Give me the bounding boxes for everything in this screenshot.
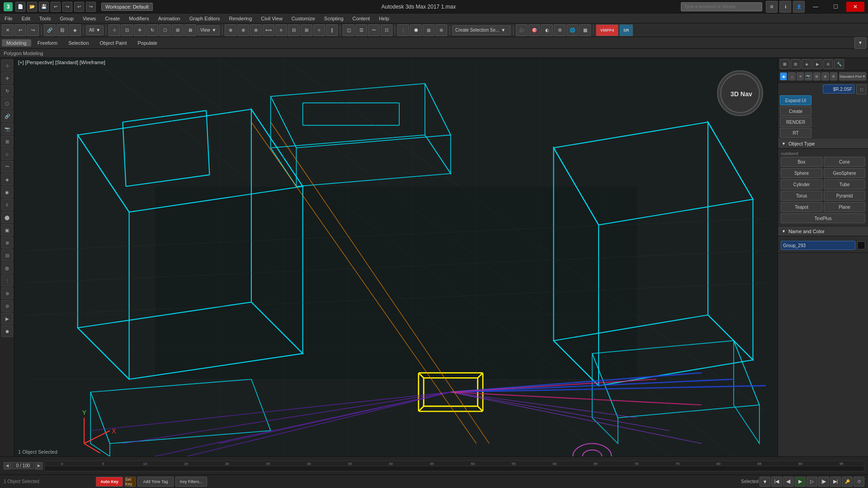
obj-textplus[interactable]: TextPlus: [781, 213, 865, 223]
lt-mod5[interactable]: ▣: [1, 224, 13, 236]
minimize-button[interactable]: —: [807, 2, 825, 12]
rp-ci-sys[interactable]: ⚙: [830, 72, 837, 80]
menu-create[interactable]: Create: [100, 14, 124, 23]
render-setup-btn[interactable]: ⚙: [554, 24, 566, 36]
tab-populate[interactable]: Populate: [133, 39, 161, 47]
obj-pyramid[interactable]: Pyramid: [824, 191, 865, 201]
material-btn[interactable]: ◍: [423, 24, 434, 36]
obj-cylinder[interactable]: Cylinder: [781, 179, 822, 189]
lt-group[interactable]: ⊟: [1, 249, 13, 261]
play-selected-btn[interactable]: ▷: [807, 477, 817, 487]
prev-key-btn[interactable]: ◀|: [783, 477, 794, 487]
timeline-track[interactable]: 0 5 10 15 20 25 30 35 40 45 50 55 60 65 …: [44, 460, 864, 471]
menu-file[interactable]: File: [0, 14, 17, 23]
menu-civil-view[interactable]: Civil View: [256, 14, 287, 23]
first-frame-btn[interactable]: |◀: [771, 477, 782, 487]
workspace-dropdown[interactable]: Workspace: Default: [101, 3, 153, 11]
obj-tube[interactable]: Tube: [824, 179, 865, 189]
env-btn[interactable]: 🌐: [566, 24, 578, 36]
play-btn[interactable]: ▶: [795, 477, 806, 487]
layer-btn[interactable]: ◫: [343, 24, 354, 36]
next-key-btn[interactable]: |▶: [818, 477, 829, 487]
object-type-header[interactable]: ▼ Object Type: [778, 139, 868, 149]
obj-plane[interactable]: Plane: [824, 202, 865, 212]
lt-move[interactable]: ✛: [1, 72, 13, 84]
obj-torus[interactable]: Torus: [781, 191, 822, 201]
lt-mod1[interactable]: ◈: [1, 174, 13, 185]
undo2-btn[interactable]: ↩: [74, 2, 84, 12]
user-btn[interactable]: 👤: [793, 1, 805, 13]
rp-motion-icon[interactable]: ▶: [812, 59, 822, 69]
expand-ui-button[interactable]: Expand UI: [780, 95, 811, 105]
lt-material[interactable]: ◍: [1, 262, 13, 274]
lt-select[interactable]: ⊹: [1, 60, 13, 71]
scene-btn[interactable]: ☰: [355, 24, 367, 36]
lt-mod4[interactable]: ⬤: [1, 211, 13, 223]
menu-rendering[interactable]: Rendering: [225, 14, 257, 23]
redo2-btn[interactable]: ↪: [86, 2, 96, 12]
rp-ci-settings[interactable]: Standard Primitives ▼: [839, 72, 866, 80]
select-object-btn[interactable]: ⊹: [108, 24, 120, 36]
menu-group[interactable]: Group: [55, 14, 78, 23]
menu-modifiers[interactable]: Modifiers: [124, 14, 154, 23]
redo-toolbar-btn[interactable]: ↪: [27, 24, 39, 36]
new-btn[interactable]: 📄: [15, 2, 25, 12]
snap-btn[interactable]: ⊕: [225, 24, 236, 36]
rotate-btn[interactable]: ↻: [146, 24, 158, 36]
mode-dropdown[interactable]: ▼: [760, 477, 770, 487]
vmpp4-btn[interactable]: VMPP4: [596, 24, 618, 36]
open-btn[interactable]: 📂: [27, 2, 37, 12]
obj-btn[interactable]: ⬢: [410, 24, 422, 36]
tab-selection[interactable]: Selection: [64, 39, 93, 47]
rp-util-icon[interactable]: 🔧: [834, 59, 844, 69]
render-button[interactable]: RENDER: [780, 117, 811, 127]
lt-mod2[interactable]: ◉: [1, 186, 13, 198]
undo-btn[interactable]: ↩: [51, 2, 61, 12]
close-button[interactable]: ✕: [846, 2, 864, 12]
menu-views[interactable]: Views: [78, 14, 100, 23]
lt-camera[interactable]: 📷: [1, 123, 13, 135]
obj-box[interactable]: Box: [781, 157, 822, 167]
render-target-btn[interactable]: 🎯: [528, 24, 540, 36]
add-time-tag-btn[interactable]: Add Time Tag: [137, 477, 174, 487]
color-swatch[interactable]: [857, 241, 865, 249]
render-result-btn[interactable]: ▦: [579, 24, 591, 36]
align4-btn[interactable]: ≈: [313, 24, 325, 36]
undo-toolbar-btn[interactable]: ↩: [14, 24, 26, 36]
align2-btn[interactable]: ⊟: [288, 24, 300, 36]
render-frame-btn[interactable]: 🎥: [516, 24, 528, 36]
rp-modify-icon[interactable]: ⊠: [791, 59, 801, 69]
mirror-btn[interactable]: ⟺: [263, 24, 274, 36]
options-arrow[interactable]: ▼: [854, 37, 866, 49]
menu-customize[interactable]: Customize: [287, 14, 320, 23]
rp-ci-cam[interactable]: 📷: [805, 72, 812, 80]
name-color-header[interactable]: ▼ Name and Color: [778, 226, 868, 236]
rp-create-icon[interactable]: ⊞: [780, 59, 790, 69]
last-frame-btn[interactable]: ▶|: [830, 477, 841, 487]
rp-ci-geo[interactable]: ◉: [780, 72, 787, 80]
select-btn[interactable]: ✕: [2, 24, 14, 36]
lt-space[interactable]: ☆: [1, 148, 13, 160]
time-config-btn[interactable]: ⏱: [854, 477, 864, 487]
curve-btn[interactable]: 〜: [368, 24, 380, 36]
viewport[interactable]: [+] [Perspective] [Standard] [Wireframe]: [14, 58, 778, 456]
filter-dropdown[interactable]: All▼: [86, 25, 104, 35]
move-btn[interactable]: ✛: [134, 24, 146, 36]
lt-sys2[interactable]: ⊘: [1, 300, 13, 312]
lt-curve[interactable]: 〜: [1, 161, 13, 173]
align3-btn[interactable]: ⊞: [301, 24, 312, 36]
size-input[interactable]: [823, 84, 854, 94]
save-btn[interactable]: 💾: [39, 2, 49, 12]
sr-btn[interactable]: SR: [619, 24, 633, 36]
lt-mod6[interactable]: ⊛: [1, 237, 13, 249]
manip-btn[interactable]: ⊚: [435, 24, 447, 36]
snap3d-btn[interactable]: ⊗: [250, 24, 262, 36]
menu-edit[interactable]: Edit: [17, 14, 35, 23]
lt-rotate[interactable]: ↻: [1, 85, 13, 97]
scale3-btn[interactable]: ⊠: [184, 24, 196, 36]
rp-display-icon[interactable]: ⊛: [823, 59, 833, 69]
lt-mod3[interactable]: ◊: [1, 199, 13, 211]
rp-ci-light[interactable]: ☀: [797, 72, 804, 80]
obj-cone[interactable]: Cone: [824, 157, 865, 167]
search-input[interactable]: [681, 2, 762, 11]
